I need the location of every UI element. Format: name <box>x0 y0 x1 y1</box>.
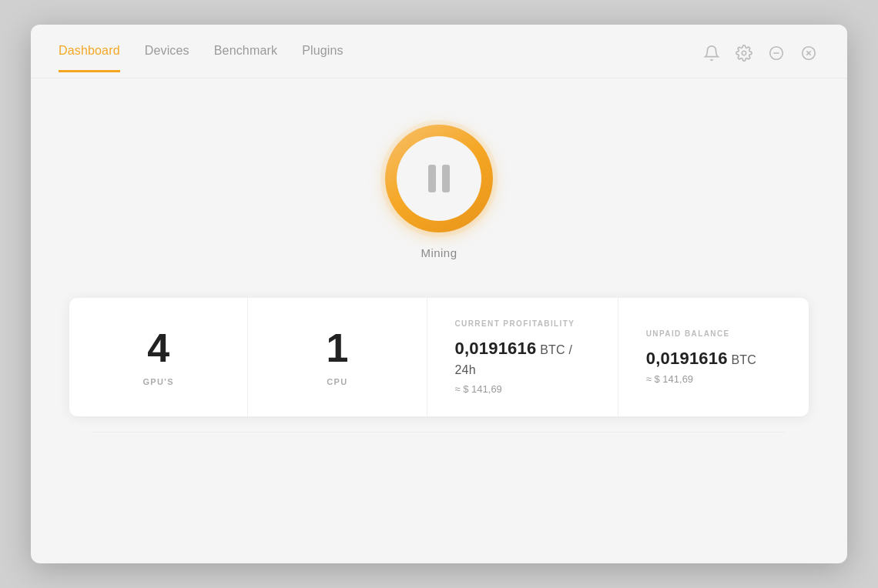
mining-label: Mining <box>421 246 457 259</box>
bell-icon[interactable] <box>701 42 722 64</box>
close-icon[interactable] <box>798 42 819 64</box>
cpu-label: CPU <box>327 377 347 386</box>
pause-bar-left <box>428 165 436 192</box>
balance-card: UNPAID BALANCE 0,0191616 BTC ≈ $ 141,69 <box>618 298 809 416</box>
nav-left: Dashboard Devices Benchmark Plugins <box>59 44 343 72</box>
balance-section-label: UNPAID BALANCE <box>646 329 730 338</box>
nav-right <box>701 42 819 75</box>
app-window: Dashboard Devices Benchmark Plugins <box>31 25 847 563</box>
profitability-btc-value: 0,0191616 BTC / 24h <box>455 339 590 379</box>
mining-button-inner <box>397 136 481 221</box>
gpu-card: 4 GPU'S <box>69 298 248 416</box>
bottom-divider <box>92 432 786 440</box>
nav-item-devices[interactable]: Devices <box>145 44 189 72</box>
profitability-usd: ≈ $ 141,69 <box>455 383 502 395</box>
settings-icon[interactable] <box>733 42 755 64</box>
nav-bar: Dashboard Devices Benchmark Plugins <box>31 25 847 79</box>
nav-item-benchmark[interactable]: Benchmark <box>214 44 277 72</box>
balance-usd: ≈ $ 141,69 <box>646 373 693 385</box>
profitability-section-label: CURRENT PROFITABILITY <box>455 319 575 328</box>
minimize-icon[interactable] <box>766 42 787 64</box>
bottom-area <box>62 432 816 455</box>
mining-button[interactable] <box>385 125 493 232</box>
gpu-label: GPU'S <box>142 377 173 386</box>
mining-section: Mining <box>385 125 493 259</box>
nav-item-plugins[interactable]: Plugins <box>302 44 343 72</box>
cpu-value: 1 <box>326 328 348 368</box>
stats-row: 4 GPU'S 1 CPU CURRENT PROFITABILITY 0,01… <box>69 298 809 416</box>
cpu-card: 1 CPU <box>248 298 427 416</box>
pause-bar-right <box>442 165 450 192</box>
gpu-value: 4 <box>147 328 169 368</box>
pause-icon <box>428 165 450 192</box>
nav-item-dashboard[interactable]: Dashboard <box>59 44 120 72</box>
main-content: Mining 4 GPU'S 1 CPU CURRENT PROFITABILI… <box>31 79 847 563</box>
profitability-card: CURRENT PROFITABILITY 0,0191616 BTC / 24… <box>427 298 618 416</box>
svg-point-0 <box>742 51 746 55</box>
balance-btc-value: 0,0191616 BTC <box>646 349 756 369</box>
